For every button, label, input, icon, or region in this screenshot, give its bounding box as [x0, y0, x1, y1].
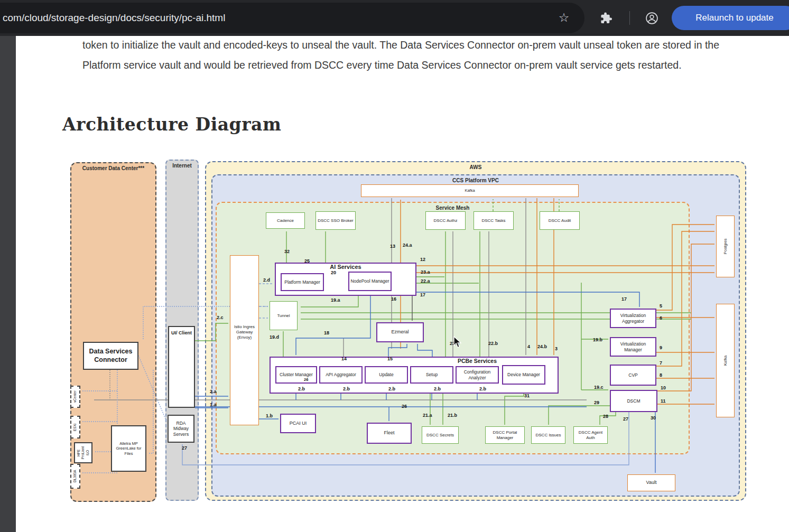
edge-label-26-cluster: 26: [304, 377, 308, 382]
node-device-manager: Device Manager: [502, 365, 545, 385]
edge-label-15: 15: [387, 356, 393, 361]
edge-label-12: 12: [420, 257, 425, 262]
node-platform-manager: Platform Manager: [281, 273, 324, 291]
architecture-diagram: Customer Data Center*** Internet AWS CCS…: [62, 156, 746, 505]
node-configuration-analyzer: Configuration Analyzer: [456, 366, 499, 384]
edge-label-26-fleet: 26: [402, 404, 407, 409]
edge-label-19d: 19.d: [270, 334, 279, 340]
node-virtualization-aggregator: Virtualization Aggregator: [610, 309, 656, 328]
body-paragraph: token to initialize the vault and encode…: [82, 35, 755, 75]
edge-label-17-left: 17: [420, 292, 425, 297]
node-cvp: CVP: [610, 365, 656, 386]
node-dscc-agent-auth: DSCC Agent Auth: [573, 426, 608, 444]
edge-label-31: 31: [524, 393, 530, 398]
browser-toolbar: com/cloud/storage-design/docs/security/p…: [0, 0, 789, 36]
edge-label-2d: 2.d: [263, 277, 270, 283]
edge-label-14: 14: [341, 356, 347, 361]
edge-label-23a: 23.a: [421, 269, 430, 275]
node-data-services-connector: Data Services Connector: [83, 342, 138, 370]
edge-label-19a: 19.a: [331, 297, 340, 303]
edge-label-5: 5: [660, 303, 662, 309]
edge-label-2b-2: 2.b: [343, 386, 350, 391]
extensions-icon[interactable]: [600, 12, 612, 24]
edge-label-21b: 21.b: [448, 413, 457, 418]
edge-label-20: 20: [331, 270, 336, 275]
toolbar-divider: [629, 11, 630, 25]
node-api-aggregator: API Aggregator: [319, 366, 363, 384]
edge-label-29: 29: [594, 400, 599, 405]
bookmark-star-icon[interactable]: ☆: [555, 0, 573, 36]
node-ezmeral: Ezmeral: [376, 322, 424, 342]
edge-label-16: 16: [391, 296, 396, 302]
edge-label-22b: 22.b: [488, 341, 498, 346]
edge-label-2a: 2.a: [210, 389, 217, 394]
node-update: Update: [365, 366, 408, 384]
node-dscc-audit: DSCC Audit: [540, 211, 580, 230]
edge-label-19b: 19.b: [593, 337, 602, 342]
edge-label-2b-5: 2.b: [479, 386, 486, 391]
edge-label-30: 30: [651, 415, 656, 421]
node-kafka-top: Kafka: [361, 184, 579, 197]
edge-label-28: 28: [603, 414, 608, 419]
edge-label-6: 6: [660, 315, 662, 321]
node-dscm: DSCM: [610, 390, 657, 412]
edge-label-2c: 2.c: [217, 315, 224, 320]
node-nodepool-manager: NodePool Manager: [348, 272, 392, 291]
node-hpe-proliant-ilo: HPE ProLiant iLO: [74, 442, 92, 463]
edge-label-4: 4: [527, 344, 530, 349]
window-edge: [0, 36, 16, 532]
edge-label-22a: 22.a: [421, 278, 430, 284]
edge-label-11: 11: [661, 398, 666, 404]
node-pcai-ui: PCAI UI: [280, 414, 316, 433]
node-esxi: ESXi: [70, 416, 80, 438]
node-dscc-portal-manager: DSCC Portal Manager: [485, 426, 525, 444]
edge-label-24a: 24.a: [403, 242, 412, 248]
edge-label-2b-4: 2.b: [434, 386, 441, 391]
node-postgres: Postgres: [716, 216, 735, 277]
edge-label-1a: 1.a: [210, 402, 217, 407]
edge-label-32: 32: [284, 249, 290, 254]
node-virtualization-manager: Virtualization Manager: [610, 337, 656, 357]
edge-label-9: 9: [660, 345, 662, 350]
node-tunnel: Tunnel: [270, 301, 298, 330]
node-rda-midway-servers: RDA Midway Servers: [168, 415, 194, 443]
node-dscc-secrets: DSCC Secrets: [422, 426, 459, 444]
node-istio-ingress-gateway: Istio Ingres Gateway (Envoy): [230, 255, 259, 425]
node-dl380a: DL380A: [70, 464, 80, 489]
profile-icon[interactable]: [645, 12, 658, 25]
node-vault: Vault: [627, 474, 675, 491]
node-cluster-manager: Cluster Manager: [275, 366, 317, 384]
node-kafka-right: Kafka: [716, 304, 735, 417]
node-cadence: Cadence: [266, 212, 305, 229]
edge-label-19c: 19.c: [594, 385, 604, 390]
node-vcenter: vCenter: [70, 386, 80, 408]
edge-label-27-left: 27: [182, 445, 187, 451]
edge-label-7: 7: [660, 360, 662, 366]
edge-label-17-right: 17: [621, 296, 627, 302]
edge-label-8: 8: [660, 372, 662, 378]
page-title: Architecture Diagram: [62, 114, 281, 135]
node-setup: Setup: [410, 366, 453, 384]
edge-label-1b: 1.b: [266, 413, 273, 418]
pcbe-services-title: PCBe Services: [401, 358, 554, 364]
node-dscc-authz: DSCC Authz: [425, 211, 466, 230]
node-alletra-mp-greenlake: Alletra MP GreenLake for Files: [111, 425, 146, 472]
edge-label-18: 18: [324, 330, 329, 335]
ai-services-title: AI Services: [275, 264, 416, 270]
edge-label-21a: 21.a: [423, 413, 432, 418]
edge-label-25: 25: [304, 258, 310, 264]
relaunch-to-update-button[interactable]: Relaunch to update: [672, 6, 789, 30]
edge-label-3: 3: [555, 346, 558, 351]
edge-label-24b: 24.b: [537, 344, 547, 349]
node-dscc-issues: DSCC Issues: [531, 426, 565, 444]
url-text[interactable]: com/cloud/storage-design/docs/security/p…: [3, 0, 225, 36]
edge-label-10: 10: [661, 385, 666, 390]
node-ui-client: UI/ Client: [168, 326, 195, 408]
node-dscc-sso-broker: DSCC SSO Broker: [315, 211, 356, 230]
edge-label-27-right: 27: [623, 416, 628, 422]
mouse-cursor: [453, 336, 465, 351]
node-dscc-tasks: DSCC Tasks: [474, 211, 514, 230]
edge-label-2b-3: 2.b: [388, 386, 395, 391]
node-fleet: Fleet: [367, 423, 412, 444]
edge-label-13: 13: [390, 244, 395, 249]
